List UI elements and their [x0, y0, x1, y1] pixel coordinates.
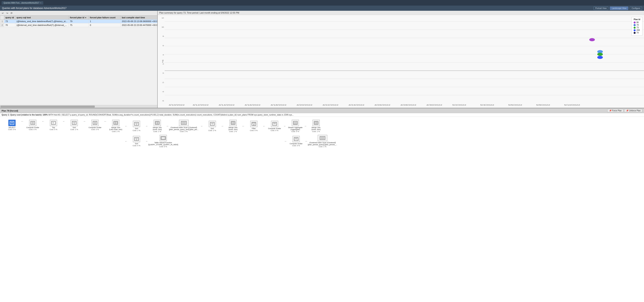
plan-node-label-merge3: Merge Join(Inner Join) [228, 127, 238, 131]
plan-node-merge2[interactable]: Merge Join(Inner Join) Cost: 1 % [148, 120, 166, 133]
svg-point-72 [232, 122, 234, 124]
chart-title: Plan summary for query 73. Time period: … [158, 11, 644, 15]
legend-dot-86 [634, 21, 636, 23]
plan-node-label-compute1: Compute Scalar [26, 127, 39, 129]
query-full-text: WITH hist AS ( SELECT p.query_id query_i… [48, 114, 294, 116]
plan-node-scan1[interactable]: Clustered Index Scan (Clustered)[plan_pe… [169, 120, 198, 133]
svg-text:4/30/2022: 4/30/2022 [426, 104, 442, 106]
plan-section: Plan 79 [forced] 📌 Force Plan 📌 Unforce … [0, 108, 644, 302]
row-num-1: 2 [0, 23, 4, 27]
plan-node-label-tvf: Table Valued Function[QUERY_STORE_QUERY_… [148, 142, 178, 146]
plan-node-merge4[interactable]: Merge Join(Inner Join) Cost: 1 % [307, 120, 325, 133]
portrait-view-btn[interactable]: Portrait View [594, 6, 608, 10]
plan-node-label-select: SELECT [8, 127, 15, 129]
legend-item-73: 73 [634, 26, 640, 29]
tab-close-btn[interactable]: × [40, 2, 41, 4]
cell-sqltext-0: (@history_end_time datetimeoffset(7),@hi… [15, 19, 68, 23]
force-plan-btn[interactable]: 📌 Force Plan [607, 109, 624, 112]
col-queryid-header[interactable]: query id [4, 16, 15, 19]
plan-node-cost-compute2: Cost: 0 % [91, 129, 99, 131]
bottom-branch-1: ← Sort Cost: 5 % ← [125, 135, 198, 148]
plan-node-sort2[interactable]: Sort Cost: 2 % [128, 121, 146, 132]
plan-node-icon-sort3 [133, 136, 140, 142]
svg-rect-66 [161, 137, 166, 140]
svg-rect-55 [155, 121, 159, 125]
plan-node-cost-top: Cost: 0 % [50, 129, 57, 131]
toolbar-btn-forward[interactable]: ↪ [5, 11, 9, 15]
plan-node-cost-sort2: Cost: 2 % [132, 130, 140, 132]
plan-node-label-compute3: Compute Scalar [268, 128, 281, 130]
table-row[interactable]: 1 73 (@history_end_time datetimeoffset(7… [0, 19, 158, 23]
plan-node-cost-filter: Cost: 0 % [250, 130, 258, 132]
connector-1: ← [21, 120, 24, 123]
landscape-view-btn[interactable]: Landscape View [610, 6, 628, 10]
table-row[interactable]: 2 70 (@interval_end_time datetimeoffset(… [0, 23, 158, 27]
connector-18: ← [305, 140, 308, 143]
plan-node-sort1[interactable]: Sort Cost: 2 % [65, 120, 83, 131]
top-branch: ← Sort Cost: 2 % ← [125, 120, 198, 133]
toolbar-btn-back[interactable]: ↩ [1, 11, 5, 15]
col-sqltext-header[interactable]: query sql text [15, 16, 68, 19]
connector-4: ← [83, 120, 86, 123]
plan-node-merge3[interactable]: Merge Join(Inner Join) Cost: 1 % [224, 120, 242, 133]
svg-point-50 [115, 122, 117, 124]
svg-text:4/28/2022: 4/28/2022 [400, 104, 416, 106]
tab[interactable]: Queries With Forc...dventureWorks2017 × [2, 1, 43, 4]
plan-node-icon-merge3 [230, 120, 237, 126]
toolbar-btn-refresh[interactable]: ⟳ [10, 11, 14, 15]
main-layout: ↩ ↪ ⟳ query id query sql text forced pla… [0, 11, 644, 302]
plan-node-icon-tvf [160, 135, 167, 141]
svg-point-84 [314, 122, 316, 124]
force-plan-icon: 📌 [609, 110, 612, 112]
plan-node-label-stream: Stream Aggregate(Aggregate) [288, 127, 302, 131]
plan-node-icon-scan1 [179, 120, 188, 126]
svg-point-57 [157, 122, 159, 124]
connector-12: ← [221, 125, 224, 128]
unforce-plan-icon: 📌 [626, 110, 628, 112]
connector-11: ← [200, 125, 203, 128]
svg-text:4/12/2022: 4/12/2022 [192, 104, 208, 106]
plan-node-sort3[interactable]: Sort Cost: 5 % [128, 136, 146, 147]
plan-node-cost-merge4: Cost: 1 % [312, 131, 320, 133]
plan-label: Plan 79 [forced] [2, 110, 18, 112]
connector-13: ← [242, 125, 245, 128]
connector-9: ← [125, 140, 128, 143]
plan-node-icon-select [8, 120, 16, 126]
plan-node-compute3[interactable]: Compute Scalar Cost: 0 % [266, 121, 284, 132]
data-grid-wrap[interactable]: query id query sql text forced plan id f… [0, 15, 157, 105]
svg-text:5/8/2022: 5/8/2022 [536, 104, 550, 106]
plan-node-compute1[interactable]: Compute Scalar Cost: 0 % [24, 120, 42, 131]
plan-node-top[interactable]: T Top Cost: 0 % [44, 120, 62, 131]
plan-node-icon-filter [250, 121, 258, 127]
svg-text:4/10/2022: 4/10/2022 [169, 104, 184, 106]
plan-node-label-compute2: Compute Scalar [88, 127, 102, 129]
plan-node-label-merge2: Merge Join(Inner Join) [153, 127, 162, 131]
plan-node-cost-scan1: Cost: 2 % [180, 131, 188, 133]
configure-btn[interactable]: Configure [630, 6, 642, 10]
unforce-plan-btn[interactable]: 📌 Unforce Plan [624, 109, 642, 112]
plan-node-cost-compute4: Cost: 0 % [292, 145, 300, 147]
plan-node-label-merge1: Merge Join(Left Outer Join) [109, 127, 122, 131]
svg-point-12 [597, 50, 603, 53]
plan-node-merge1[interactable]: Merge Join(Left Outer Join) Cost: 2 % [107, 120, 125, 133]
sub-branch-1: ← Sort Cost: 2 % ← [200, 120, 337, 133]
col-forcedplanid-header[interactable]: forced plan id [69, 16, 88, 19]
plan-node-compute2[interactable]: Compute Scalar Cost: 0 % [86, 120, 104, 131]
connector-16: ← [304, 125, 307, 128]
grid-scrollbar-thumb[interactable] [0, 106, 95, 108]
plan-node-compute4[interactable]: Compute Scalar Cost: 0 % [287, 136, 305, 147]
plan-node-select[interactable]: SELECT Cost: 0 % [3, 120, 21, 131]
plan-node-stream[interactable]: Stream Aggregate(Aggregate) Cost: 0 % [286, 120, 304, 133]
plan-node-filter[interactable]: Filter Cost: 0 % [245, 121, 263, 132]
plan-node-label-merge4: Merge Join(Inner Join) [312, 127, 321, 131]
col-compiletime-header[interactable]: last compile start time [120, 16, 157, 19]
grid-scrollbar[interactable] [0, 105, 157, 108]
plan-node-icon-sort2 [133, 121, 140, 127]
col-failurecount-header[interactable]: forced plan failure count [88, 16, 120, 19]
plan-node-sort4[interactable]: Sort Cost: 2 % [203, 121, 221, 132]
plan-node-scan2[interactable]: Clustered Index Scan (Clustered)[plan_pe… [308, 135, 337, 148]
plan-diagram[interactable]: SELECT Cost: 0 % ← Compute Scalar Cost: … [0, 117, 644, 302]
plan-node-tvf[interactable]: Table Valued Function[QUERY_STORE_QUERY_… [148, 135, 178, 148]
legend-dot-74 [634, 32, 636, 34]
plan-node-label-sort3: Sort [135, 143, 138, 145]
